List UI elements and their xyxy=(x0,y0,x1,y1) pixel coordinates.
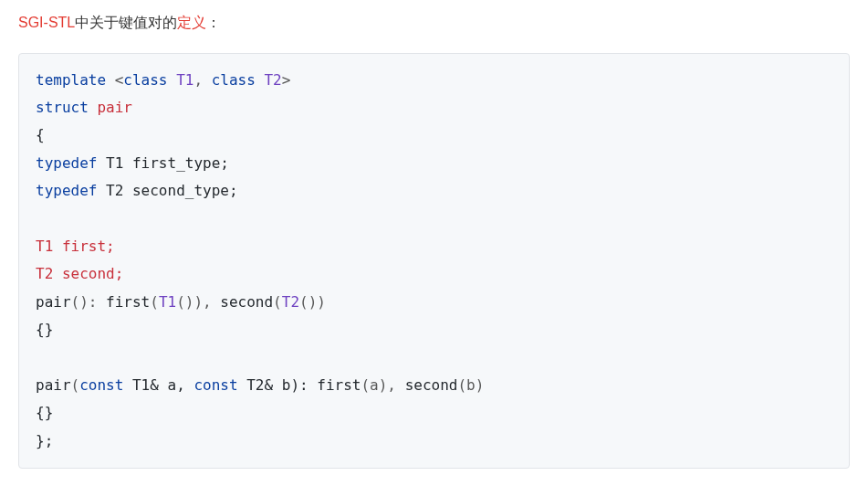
tok-name: pair xyxy=(97,99,132,116)
code-line: {} xyxy=(36,404,53,421)
tok-name: T2 second; xyxy=(36,265,123,282)
tok-plain: {} xyxy=(36,404,53,421)
code-line: typedef T1 first_type; xyxy=(36,154,229,172)
code-line: template <class T1, class T2> xyxy=(36,71,290,89)
tok-plain: T1 first_type; xyxy=(97,154,229,172)
tok-keyword: typedef xyxy=(36,154,97,172)
code-line: { xyxy=(36,126,45,143)
tok-punct: ()) xyxy=(299,293,326,311)
tok-plain: T2 second_type; xyxy=(97,182,237,199)
tok-keyword: template xyxy=(36,71,106,89)
tok-punct: ( xyxy=(71,376,80,394)
tok-keyword: class xyxy=(123,71,167,89)
tok-punct: (): xyxy=(71,293,107,311)
code-line: {} xyxy=(36,321,53,338)
code-line: pair(const T1& a, const T2& b): first(a)… xyxy=(36,376,484,394)
tok-punct: ( xyxy=(150,293,159,311)
tok-type: T2 xyxy=(264,71,281,89)
code-line: T1 first; xyxy=(36,238,115,255)
tok-punct: > xyxy=(282,71,291,89)
tok-punct: ( xyxy=(273,293,282,311)
tok-plain: {} xyxy=(36,321,53,338)
tok-plain: first xyxy=(317,376,361,394)
tok-plain: second xyxy=(405,376,458,394)
tok-punct: (a), xyxy=(361,376,404,394)
code-line: typedef T2 second_type; xyxy=(36,182,238,199)
heading-part-sgi: SGI-STL xyxy=(18,15,75,30)
tok-keyword: const xyxy=(193,376,237,394)
tok-keyword: const xyxy=(79,376,123,394)
heading-part-mid: 中关于键值对的 xyxy=(75,15,177,30)
tok-plain: }; xyxy=(36,432,53,449)
tok-punct: ()), xyxy=(176,293,220,311)
tok-plain: T1& a, xyxy=(123,376,193,394)
tok-name: T1 first; xyxy=(36,238,115,255)
heading-part-def: 定义 xyxy=(177,15,206,30)
code-line: }; xyxy=(36,432,53,449)
code-line: struct pair xyxy=(36,99,132,116)
tok-plain xyxy=(89,99,98,116)
code-line: pair(): first(T1()), second(T2()) xyxy=(36,293,326,311)
tok-type: T2 xyxy=(282,293,299,311)
section-heading: SGI-STL中关于键值对的定义： xyxy=(18,11,850,35)
tok-plain: first xyxy=(106,293,150,311)
tok-keyword: typedef xyxy=(36,182,97,199)
tok-plain: pair xyxy=(36,376,71,394)
tok-plain: pair xyxy=(36,293,71,311)
tok-type: T1 xyxy=(176,71,193,89)
tok-plain: second xyxy=(220,293,273,311)
tok-keyword: class xyxy=(212,71,256,89)
tok-punct: , xyxy=(193,71,211,89)
tok-plain: T2& b): xyxy=(238,376,318,394)
tok-punct: (b) xyxy=(457,376,484,394)
tok-plain: { xyxy=(36,126,45,143)
code-line: T2 second; xyxy=(36,265,123,282)
tok-type: T1 xyxy=(159,293,176,311)
tok-punct: < xyxy=(106,71,123,89)
tok-plain xyxy=(168,71,177,89)
tok-keyword: struct xyxy=(36,99,89,116)
code-block: template <class T1, class T2> struct pai… xyxy=(18,53,850,469)
heading-part-colon: ： xyxy=(206,15,221,30)
